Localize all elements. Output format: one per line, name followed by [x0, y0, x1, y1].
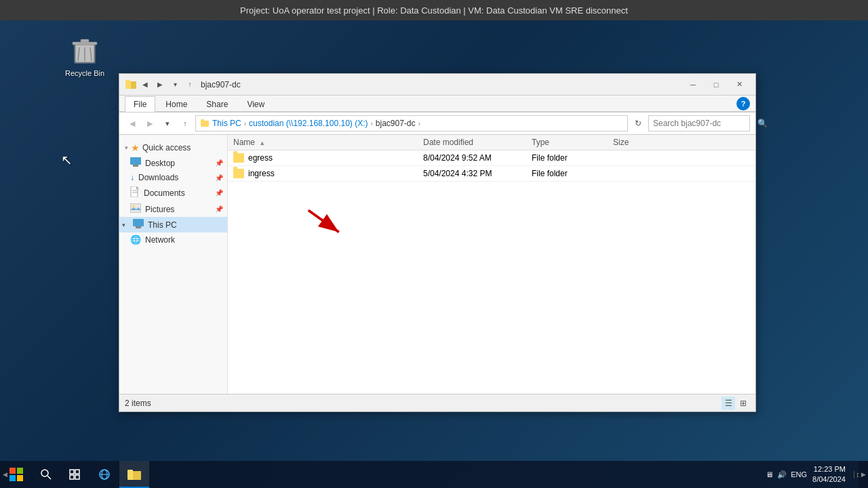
lang-indicator: ENG	[791, 470, 807, 479]
file-row-egress[interactable]: egress 8/04/2024 9:52 AM File folder	[228, 150, 755, 166]
pictures-icon-sm	[130, 203, 141, 215]
this-pc-chevron: ▾	[122, 222, 125, 228]
ribbon: File Home Share View ?	[119, 96, 755, 113]
column-header-name[interactable]: Name ▲	[233, 138, 423, 147]
this-pc-icon	[133, 219, 144, 230]
svg-rect-8	[125, 80, 130, 83]
folder-nav-icon	[125, 78, 137, 90]
cursor-arrow: ↖	[61, 152, 73, 168]
taskbar-ie-btn[interactable]	[90, 461, 119, 488]
network-icon-sm: 🌐	[130, 235, 141, 245]
quick-access-icon: ★	[131, 142, 140, 153]
network-status-icon: 🖥	[766, 470, 773, 479]
network-label: Network	[145, 235, 175, 245]
taskbar-scroll-left[interactable]: ◀	[0, 461, 9, 488]
taskbar-folder-btn[interactable]	[119, 461, 149, 488]
recycle-bin-icon[interactable]: Recycle Bin	[58, 34, 112, 77]
sidebar-item-downloads[interactable]: ↓ Downloads 📌	[119, 171, 227, 184]
svg-rect-13	[133, 165, 138, 167]
documents-icon-sm	[130, 186, 140, 199]
tab-file[interactable]: File	[125, 96, 155, 112]
addr-up-btn[interactable]: ↑	[178, 116, 193, 131]
column-header-modified[interactable]: Date modified	[423, 138, 532, 147]
tab-share[interactable]: Share	[197, 96, 237, 112]
addr-recent-btn[interactable]: ▾	[160, 116, 175, 131]
file-name-ingress: ingress	[233, 169, 423, 178]
svg-rect-31	[75, 470, 79, 474]
egress-label: egress	[248, 153, 273, 163]
speaker-icon: 🔊	[777, 470, 787, 479]
nav-back-btn[interactable]: ◀	[138, 78, 152, 92]
svg-rect-20	[133, 219, 144, 226]
sidebar-item-documents[interactable]: Documents 📌	[119, 184, 227, 201]
svg-rect-32	[70, 475, 74, 479]
clock-time: 12:23 PM	[812, 464, 846, 474]
svg-rect-38	[127, 470, 133, 473]
name-sort-arrow: ▲	[259, 140, 265, 146]
addr-back-btn[interactable]: ◀	[125, 116, 140, 131]
details-view-btn[interactable]: ☰	[722, 396, 735, 410]
svg-rect-39	[133, 471, 141, 480]
taskbar-task-view[interactable]	[60, 461, 90, 488]
svg-rect-27	[17, 475, 23, 481]
breadcrumb-bar[interactable]: This PC › custodian (\\192.168.100.10) (…	[195, 115, 628, 131]
breadcrumb-this-pc[interactable]: This PC	[212, 119, 241, 128]
downloads-label: Downloads	[138, 173, 178, 182]
documents-label: Documents	[144, 188, 185, 198]
pictures-pin-icon: 📌	[215, 205, 223, 213]
minimize-button[interactable]: ─	[682, 78, 704, 92]
title-bar-left: ◀ ▶ ▾ ↑ bjac907-dc	[125, 78, 682, 92]
taskbar-search-btn[interactable]	[33, 461, 60, 488]
svg-rect-25	[17, 468, 23, 474]
nav-recent-btn[interactable]: ▾	[168, 78, 182, 92]
recycle-bin-image	[68, 34, 101, 66]
svg-point-19	[132, 205, 135, 207]
clock-date: 8/04/2024	[812, 474, 846, 485]
large-icons-view-btn[interactable]: ⊞	[736, 396, 750, 410]
nav-forward-btn[interactable]: ▶	[153, 78, 167, 92]
sidebar-item-desktop[interactable]: Desktop 📌	[119, 155, 227, 171]
file-name-egress: egress	[233, 153, 423, 163]
sidebar-quick-access[interactable]: ▾ ★ Quick access	[119, 140, 227, 155]
breadcrumb-custodian[interactable]: custodian (\\192.168.100.10) (X:)	[249, 119, 368, 128]
search-box[interactable]: 🔍	[648, 115, 750, 131]
file-list-header: Name ▲ Date modified Type Size	[228, 135, 755, 150]
taskbar-scroll-right[interactable]: ▶	[859, 461, 868, 488]
quick-access-label: Quick access	[142, 143, 191, 152]
refresh-button[interactable]: ↻	[631, 116, 646, 131]
sidebar-item-pictures[interactable]: Pictures 📌	[119, 201, 227, 217]
documents-pin-icon: 📌	[215, 189, 223, 197]
sidebar-item-network[interactable]: 🌐 Network	[119, 232, 227, 247]
file-row-ingress[interactable]: ingress 5/04/2024 4:32 PM File folder	[228, 166, 755, 182]
breadcrumb-sep-2: ›	[370, 120, 372, 127]
taskbar-sys-icons: 🖥 🔊 ENG	[766, 470, 807, 479]
tab-view[interactable]: View	[238, 96, 273, 112]
recycle-bin-label: Recycle Bin	[65, 69, 104, 77]
desktop-pin-icon: 📌	[215, 159, 223, 167]
pictures-label: Pictures	[145, 205, 174, 214]
file-type-ingress: File folder	[532, 169, 613, 178]
column-header-size[interactable]: Size	[613, 138, 667, 147]
sidebar-item-this-pc[interactable]: ▾ This PC	[119, 217, 227, 232]
svg-rect-30	[70, 470, 74, 474]
breadcrumb-sep-3: ›	[418, 120, 420, 127]
svg-rect-6	[81, 39, 89, 43]
breadcrumb-current: bjac907-dc	[376, 119, 416, 128]
addr-forward-btn[interactable]: ▶	[142, 116, 157, 131]
taskbar-clock[interactable]: 12:23 PM 8/04/2024	[812, 464, 846, 485]
search-input[interactable]	[653, 119, 755, 128]
nav-up-btn[interactable]: ↑	[183, 78, 197, 92]
desktop: Project: UoA operator test project | Rol…	[0, 0, 868, 488]
folder-icon-ingress	[233, 169, 244, 178]
svg-line-29	[47, 476, 51, 479]
quick-access-chevron: ▾	[125, 144, 128, 151]
top-banner: Project: UoA operator test project | Rol…	[0, 0, 868, 20]
tab-home[interactable]: Home	[157, 96, 196, 112]
column-header-type[interactable]: Type	[532, 138, 613, 147]
file-modified-ingress: 5/04/2024 4:32 PM	[423, 169, 532, 178]
maximize-button[interactable]: □	[705, 78, 727, 92]
banner-text: Project: UoA operator test project | Rol…	[240, 5, 628, 16]
close-button[interactable]: ✕	[728, 78, 750, 92]
help-button[interactable]: ?	[736, 97, 750, 110]
downloads-icon-sm: ↓	[130, 173, 134, 182]
